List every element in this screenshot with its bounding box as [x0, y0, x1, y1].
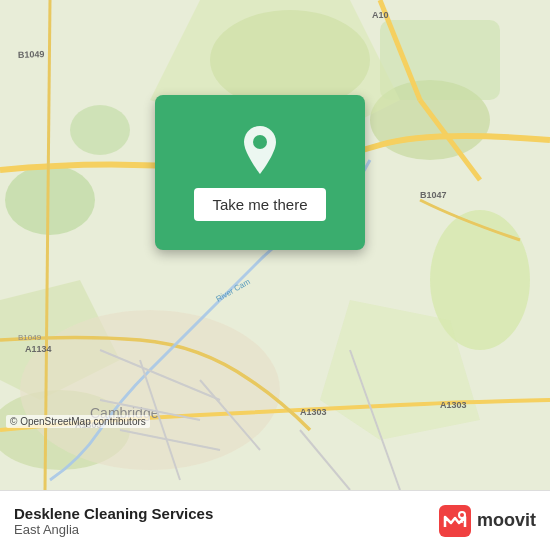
- moovit-logo[interactable]: moovit: [439, 505, 536, 537]
- svg-text:A1303: A1303: [300, 407, 327, 417]
- svg-point-4: [5, 165, 95, 235]
- location-pin-icon: [238, 124, 282, 176]
- svg-point-37: [460, 513, 464, 517]
- svg-text:A1303: A1303: [440, 400, 467, 410]
- svg-text:A10: A10: [372, 10, 389, 20]
- svg-point-5: [70, 105, 130, 155]
- company-name: Desklene Cleaning Services: [14, 505, 213, 522]
- take-me-there-button[interactable]: Take me there: [194, 188, 325, 221]
- footer-text-group: Desklene Cleaning Services East Anglia: [14, 505, 213, 537]
- svg-text:B1049: B1049: [18, 333, 42, 342]
- svg-text:B1049: B1049: [18, 49, 45, 60]
- svg-rect-6: [380, 20, 500, 100]
- svg-point-34: [253, 135, 267, 149]
- footer-bar: Desklene Cleaning Services East Anglia m…: [0, 490, 550, 550]
- map-container: B1049 A10 A14 A14 A1134 A1303 A1303 A130…: [0, 0, 550, 490]
- moovit-label: moovit: [477, 510, 536, 531]
- moovit-logo-icon: [439, 505, 471, 537]
- svg-text:A1134: A1134: [25, 344, 52, 354]
- popup-card[interactable]: Take me there: [155, 95, 365, 250]
- company-region: East Anglia: [14, 522, 213, 537]
- svg-text:B1047: B1047: [420, 190, 447, 200]
- osm-credit: © OpenStreetMap contributors: [6, 415, 150, 428]
